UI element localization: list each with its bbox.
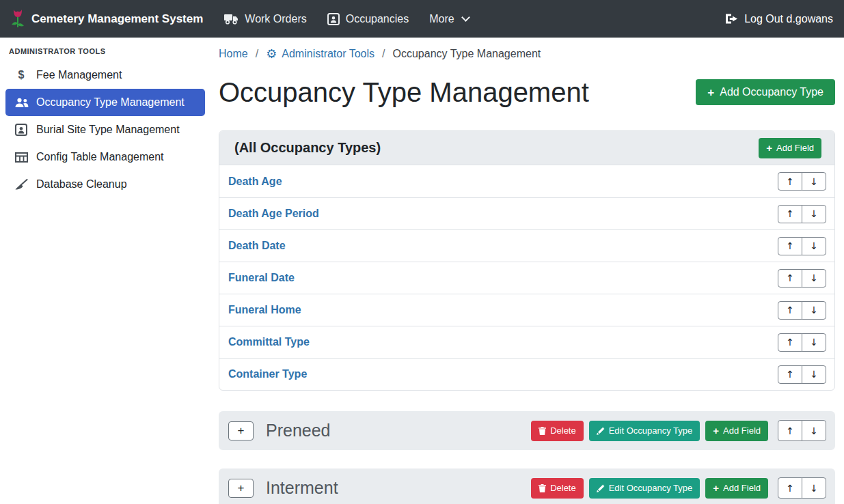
broom-icon — [12, 179, 30, 191]
sidebar-item-fee-management[interactable]: $ Fee Management — [5, 61, 205, 89]
field-link[interactable]: Death Age Period — [228, 208, 319, 220]
move-down-button[interactable]: ↓ — [802, 477, 826, 499]
occupancies-icon — [327, 13, 340, 25]
sidebar-item-database-cleanup[interactable]: Database Cleanup — [5, 171, 205, 198]
add-field-button[interactable]: + Add Field — [705, 421, 768, 441]
up-arrow-icon: ↑ — [786, 305, 794, 316]
move-down-button[interactable]: ↓ — [802, 269, 826, 288]
breadcrumb-current: Occupancy Type Management — [393, 48, 541, 60]
edit-occupancy-type-button[interactable]: Edit Occupancy Type — [589, 421, 700, 441]
panel-header: (All Occupancy Types) + Add Field — [219, 131, 834, 165]
delete-label: Delete — [550, 483, 576, 493]
down-arrow-icon: ↓ — [810, 240, 818, 251]
nav-more-label: More — [429, 13, 454, 25]
sidebar-item-label: Config Table Management — [36, 151, 164, 163]
field-link[interactable]: Container Type — [228, 368, 307, 380]
move-down-button[interactable]: ↓ — [802, 333, 826, 352]
add-field-button[interactable]: + Add Field — [705, 478, 768, 499]
move-down-button[interactable]: ↓ — [802, 365, 826, 384]
down-arrow-icon: ↓ — [810, 176, 818, 187]
plus-icon: + — [707, 87, 714, 98]
reorder-buttons: ↑ ↓ — [778, 477, 826, 499]
down-arrow-icon: ↓ — [810, 272, 818, 283]
move-up-button[interactable]: ↑ — [778, 420, 802, 441]
reorder-buttons: ↑ ↓ — [778, 205, 826, 223]
field-link[interactable]: Funeral Date — [228, 272, 295, 284]
delete-button[interactable]: Delete — [531, 478, 584, 499]
chevron-down-icon — [461, 13, 470, 22]
sidebar-heading: ADMINISTRATOR TOOLS — [0, 40, 210, 61]
add-field-button[interactable]: + Add Field — [759, 138, 821, 158]
move-up-button[interactable]: ↑ — [778, 237, 802, 255]
title-row: Occupancy Type Management + Add Occupanc… — [219, 72, 835, 113]
field-row: Committal Type ↑ ↓ — [219, 326, 834, 358]
field-link[interactable]: Committal Type — [228, 336, 310, 348]
sidebar-item-burial-site-type-management[interactable]: Burial Site Type Management — [5, 116, 205, 143]
field-row: Death Date ↑ ↓ — [219, 229, 834, 262]
up-arrow-icon: ↑ — [786, 272, 794, 283]
add-field-label: Add Field — [723, 425, 761, 436]
nav-occupancies[interactable]: Occupancies — [317, 0, 420, 38]
trash-icon — [539, 484, 546, 492]
down-arrow-icon: ↓ — [810, 208, 818, 219]
users-icon — [12, 97, 30, 108]
move-down-button[interactable]: ↓ — [802, 420, 826, 441]
breadcrumb-admin-tools-link[interactable]: Administrator Tools — [282, 48, 375, 60]
table-icon — [12, 152, 30, 163]
field-link[interactable]: Funeral Home — [228, 304, 301, 316]
edit-occupancy-type-label: Edit Occupancy Type — [609, 425, 693, 436]
sidebar-item-label: Fee Management — [36, 69, 122, 81]
breadcrumb: Home / ⚙ Administrator Tools / Occupancy… — [219, 46, 835, 62]
move-down-button[interactable]: ↓ — [802, 237, 826, 255]
expand-button[interactable]: + — [228, 479, 254, 498]
tulip-logo-icon — [11, 9, 25, 29]
work-orders-icon — [224, 13, 239, 25]
app-brand[interactable]: Cemetery Management System — [11, 9, 203, 29]
move-up-button[interactable]: ↑ — [778, 172, 802, 191]
trash-icon — [539, 427, 546, 435]
field-row: Funeral Home ↑ ↓ — [219, 294, 834, 326]
move-up-button[interactable]: ↑ — [778, 333, 802, 352]
up-arrow-icon: ↑ — [786, 483, 794, 494]
add-occupancy-type-button[interactable]: + Add Occupancy Type — [696, 79, 835, 105]
field-link[interactable]: Death Date — [228, 240, 286, 252]
nav-work-orders[interactable]: Work Orders — [214, 0, 316, 38]
move-up-button[interactable]: ↑ — [778, 269, 802, 288]
up-arrow-icon: ↑ — [786, 176, 794, 187]
reorder-buttons: ↑ ↓ — [778, 269, 826, 288]
section-actions: Delete Edit Occupancy Type + Add Field — [531, 477, 826, 499]
breadcrumb-home-link[interactable]: Home — [219, 48, 248, 60]
sidebar-item-label: Database Cleanup — [36, 178, 127, 191]
up-arrow-icon: ↑ — [786, 337, 794, 348]
logout-button[interactable]: Log Out d.gowans — [725, 13, 833, 25]
sidebar-item-occupancy-type-management[interactable]: Occupancy Type Management — [5, 89, 205, 116]
nav-occupancies-label: Occupancies — [346, 13, 409, 25]
sidebar-item-config-table-management[interactable]: Config Table Management — [5, 143, 205, 171]
field-row: Death Age ↑ ↓ — [219, 165, 834, 197]
move-up-button[interactable]: ↑ — [778, 205, 802, 223]
reorder-buttons: ↑ ↓ — [778, 333, 826, 352]
up-arrow-icon: ↑ — [786, 240, 794, 251]
move-down-button[interactable]: ↓ — [802, 172, 826, 191]
page-title: Occupancy Type Management — [219, 77, 589, 108]
reorder-buttons: ↑ ↓ — [778, 172, 826, 191]
field-link[interactable]: Death Age — [228, 176, 282, 188]
expand-button[interactable]: + — [228, 421, 254, 440]
edit-occupancy-type-button[interactable]: Edit Occupancy Type — [589, 478, 700, 499]
move-down-button[interactable]: ↓ — [802, 205, 826, 223]
move-up-button[interactable]: ↑ — [778, 365, 802, 384]
app-title: Cemetery Management System — [31, 12, 203, 26]
field-row: Funeral Date ↑ ↓ — [219, 262, 834, 294]
pencil-icon — [597, 484, 605, 492]
delete-button[interactable]: Delete — [531, 421, 584, 441]
nav-more[interactable]: More — [419, 0, 478, 38]
up-arrow-icon: ↑ — [786, 369, 794, 380]
field-row: Death Age Period ↑ ↓ — [219, 197, 834, 229]
down-arrow-icon: ↓ — [810, 337, 818, 348]
down-arrow-icon: ↓ — [810, 305, 818, 316]
nav-links: Work Orders Occupancies More — [214, 0, 478, 38]
move-up-button[interactable]: ↑ — [778, 301, 802, 320]
move-down-button[interactable]: ↓ — [802, 301, 826, 320]
move-up-button[interactable]: ↑ — [778, 477, 802, 499]
field-row: Container Type ↑ ↓ — [219, 358, 834, 390]
